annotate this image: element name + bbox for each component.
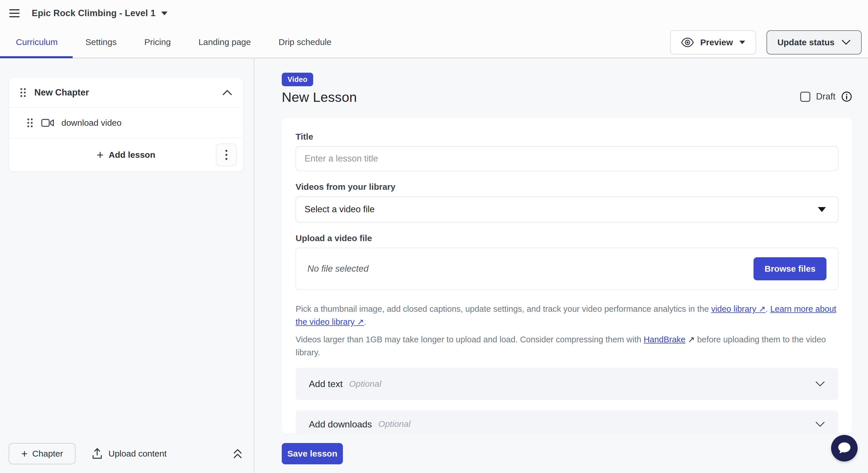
external-link-icon: ↗ bbox=[688, 335, 695, 344]
lesson-title: download video bbox=[61, 118, 122, 128]
tab-landing-page[interactable]: Landing page bbox=[198, 27, 251, 58]
chapter-menu-button[interactable] bbox=[216, 144, 237, 166]
link-label: HandBrake bbox=[644, 335, 685, 344]
chevron-down-icon bbox=[815, 421, 825, 427]
chapter-title: New Chapter bbox=[34, 87, 89, 98]
tab-label: Drip schedule bbox=[279, 37, 331, 47]
help-text: Pick a thumbnail image, add closed capti… bbox=[296, 304, 711, 314]
upload-icon bbox=[92, 448, 103, 460]
lesson-title-input[interactable] bbox=[296, 146, 838, 171]
tab-label: Pricing bbox=[144, 37, 171, 47]
tab-pricing[interactable]: Pricing bbox=[144, 27, 171, 58]
upload-content-button[interactable]: Upload content bbox=[92, 448, 167, 460]
library-label: Videos from your library bbox=[296, 182, 838, 192]
chevron-down-icon bbox=[841, 39, 851, 45]
sidebar-footer: + Chapter Upload content bbox=[9, 443, 243, 464]
update-status-label: Update status bbox=[777, 37, 835, 47]
top-bar: Epic Rock Climbing - Level 1 bbox=[0, 0, 868, 27]
compression-help-text: Videos larger than 1GB may take longer t… bbox=[296, 333, 838, 359]
chapter-card: New Chapter download v bbox=[9, 77, 243, 171]
file-upload-box: No file selected Browse files bbox=[296, 248, 838, 290]
add-downloads-label: Add downloads bbox=[309, 419, 372, 430]
chevron-up-icon[interactable] bbox=[222, 90, 232, 95]
browse-files-button[interactable]: Browse files bbox=[753, 257, 827, 280]
add-text-label: Add text bbox=[309, 379, 343, 389]
help-text: Videos larger than 1GB may take longer t… bbox=[296, 335, 644, 344]
video-library-link[interactable]: video library ↗ bbox=[711, 304, 766, 314]
lesson-header: Video New Lesson Draft bbox=[282, 73, 852, 105]
double-chevron-up-icon bbox=[232, 447, 243, 460]
title-field-group: Title bbox=[296, 132, 838, 171]
optional-label: Optional bbox=[378, 419, 411, 429]
optional-label: Optional bbox=[349, 379, 381, 389]
external-link-icon: ↗ bbox=[759, 304, 766, 314]
tab-label: Settings bbox=[85, 37, 117, 47]
external-link-icon: ↗ bbox=[357, 317, 364, 326]
update-status-button[interactable]: Update status bbox=[767, 30, 862, 55]
draft-toggle-group: Draft bbox=[800, 91, 852, 102]
help-text: . bbox=[364, 317, 366, 326]
help-text: . bbox=[766, 304, 770, 314]
content-area: New Chapter download v bbox=[0, 58, 868, 473]
tab-bar: Curriculum Settings Pricing Landing page… bbox=[0, 27, 868, 58]
upload-field-group: Upload a video file No file selected Bro… bbox=[296, 233, 838, 290]
video-camera-icon bbox=[41, 119, 54, 127]
menu-icon[interactable] bbox=[9, 9, 20, 17]
add-lesson-label: Add lesson bbox=[109, 150, 155, 160]
select-caret-icon bbox=[818, 207, 826, 212]
lesson-heading-group: Video New Lesson bbox=[282, 73, 357, 105]
eye-icon bbox=[681, 37, 694, 47]
page-title: New Lesson bbox=[282, 89, 357, 105]
collapse-all-button[interactable] bbox=[232, 447, 243, 460]
tab-label: Landing page bbox=[198, 37, 251, 47]
title-label: Title bbox=[296, 132, 838, 141]
upload-content-label: Upload content bbox=[108, 449, 167, 459]
tab-drip-schedule[interactable]: Drip schedule bbox=[279, 27, 331, 58]
video-library-select[interactable]: Select a video file bbox=[296, 196, 838, 222]
lesson-form-card: Title Videos from your library Select a … bbox=[282, 118, 852, 434]
drag-handle-icon[interactable] bbox=[27, 118, 33, 128]
handbrake-link[interactable]: HandBrake bbox=[644, 335, 685, 344]
lesson-item[interactable]: download video bbox=[9, 107, 243, 138]
save-lesson-button[interactable]: Save lesson bbox=[282, 443, 343, 464]
drag-handle-icon[interactable] bbox=[20, 87, 26, 98]
plus-icon: + bbox=[97, 149, 103, 161]
add-lesson-button[interactable]: + Add lesson bbox=[97, 149, 155, 161]
select-value: Select a video file bbox=[305, 204, 375, 215]
preview-button[interactable]: Preview bbox=[670, 30, 756, 55]
tab-curriculum[interactable]: Curriculum bbox=[16, 27, 58, 58]
chat-bubble-icon bbox=[837, 441, 852, 455]
link-label: video library bbox=[711, 304, 756, 314]
preview-label: Preview bbox=[700, 37, 733, 47]
header-actions: Preview Update status bbox=[670, 30, 862, 55]
lesson-type-badge: Video bbox=[282, 73, 313, 86]
add-chapter-label: Chapter bbox=[32, 449, 63, 459]
course-switcher[interactable]: Epic Rock Climbing - Level 1 bbox=[32, 8, 167, 19]
plus-icon: + bbox=[21, 448, 28, 459]
tab-label: Curriculum bbox=[16, 37, 58, 47]
chapter-header[interactable]: New Chapter bbox=[9, 77, 243, 107]
lesson-editor: Video New Lesson Draft Title bbox=[254, 58, 868, 473]
tab-settings[interactable]: Settings bbox=[85, 27, 117, 58]
curriculum-sidebar: New Chapter download v bbox=[0, 58, 254, 473]
add-downloads-section[interactable]: Add downloads Optional bbox=[296, 410, 838, 434]
video-help-text: Pick a thumbnail image, add closed capti… bbox=[296, 303, 838, 328]
course-title: Epic Rock Climbing - Level 1 bbox=[32, 8, 155, 19]
course-builder-app: Epic Rock Climbing - Level 1 Curriculum … bbox=[0, 0, 868, 473]
info-icon[interactable] bbox=[841, 91, 852, 102]
chevron-down-icon bbox=[739, 41, 745, 44]
add-text-section[interactable]: Add text Optional bbox=[296, 368, 838, 400]
upload-label: Upload a video file bbox=[296, 233, 838, 243]
chat-button[interactable] bbox=[831, 435, 858, 462]
draft-label: Draft bbox=[816, 91, 835, 102]
no-file-text: No file selected bbox=[307, 263, 369, 274]
chevron-down-icon bbox=[161, 11, 167, 15]
chevron-down-icon bbox=[815, 381, 825, 387]
draft-checkbox[interactable] bbox=[800, 92, 810, 102]
kebab-menu-icon bbox=[225, 149, 227, 160]
add-chapter-button[interactable]: + Chapter bbox=[9, 443, 75, 464]
add-lesson-row: + Add lesson bbox=[9, 138, 243, 171]
library-field-group: Videos from your library Select a video … bbox=[296, 182, 838, 222]
